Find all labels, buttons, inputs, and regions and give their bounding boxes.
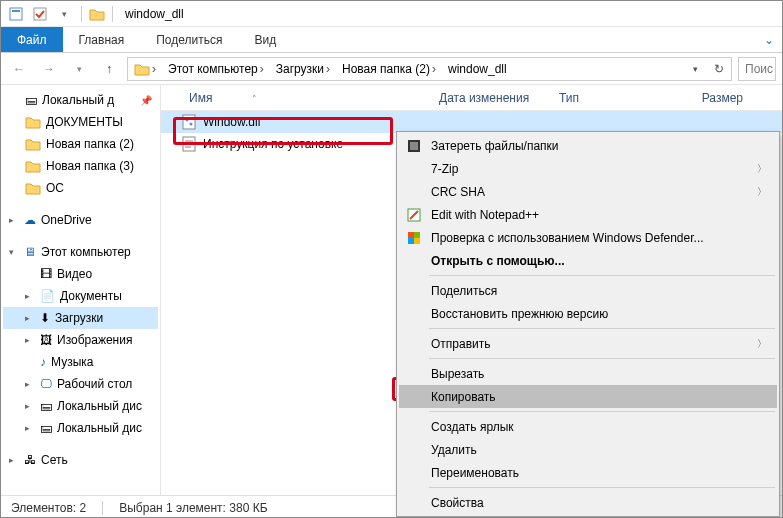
ctx-sendto[interactable]: Отправить〉 (399, 332, 777, 355)
ctx-restore[interactable]: Восстановить прежнюю версию (399, 302, 777, 325)
ctx-shortcut[interactable]: Создать ярлык (399, 415, 777, 438)
music-icon: ♪ (40, 355, 46, 369)
refresh-icon[interactable]: ↻ (707, 58, 731, 80)
sidebar-item-desktop[interactable]: ▸🖵Рабочий стол (3, 373, 158, 395)
search-placeholder: Поис (745, 62, 773, 76)
ctx-share[interactable]: Поделиться (399, 279, 777, 302)
breadcrumb-item[interactable]: window_dll (442, 58, 511, 80)
ctx-separator (429, 275, 775, 276)
nav-back-button[interactable]: ← (7, 57, 31, 81)
ctx-openwith[interactable]: Открыть с помощью... (399, 249, 777, 272)
sidebar-label: Рабочий стол (57, 377, 132, 391)
ctx-rename[interactable]: Переименовать (399, 461, 777, 484)
sidebar-item-documents-pinned[interactable]: ДОКУМЕНТЫ (3, 111, 158, 133)
sidebar-item-videos[interactable]: 🎞Видео (3, 263, 158, 285)
sidebar-item-documents[interactable]: ▸📄Документы (3, 285, 158, 307)
ctx-label: Создать ярлык (431, 420, 514, 434)
ctx-label: Переименовать (431, 466, 519, 480)
sidebar-item-oc[interactable]: ОС (3, 177, 158, 199)
folder-icon (25, 116, 41, 129)
collapse-icon[interactable]: ▾ (9, 247, 19, 257)
breadcrumb-item[interactable]: Новая папка (2)› (336, 58, 442, 80)
ctx-label: Удалить (431, 443, 477, 457)
column-type[interactable]: Тип (551, 91, 671, 105)
svg-rect-14 (414, 232, 420, 238)
expand-icon[interactable]: ▸ (25, 291, 35, 301)
ctx-notepad[interactable]: Edit with Notepad++ (399, 203, 777, 226)
sidebar-item-network[interactable]: ▸🖧Сеть (3, 449, 158, 471)
sidebar-item-music[interactable]: ♪Музыка (3, 351, 158, 373)
ctx-cut[interactable]: Вырезать (399, 362, 777, 385)
expand-icon[interactable]: ▸ (25, 335, 35, 345)
sidebar-item-newfolder2[interactable]: Новая папка (2) (3, 133, 158, 155)
tab-file[interactable]: Файл (1, 27, 63, 52)
file-name: Window.dll (203, 115, 443, 129)
sidebar-item-localdisk[interactable]: 🖴Локальный д📌 (3, 89, 158, 111)
breadcrumb-item[interactable]: Загрузки› (270, 58, 336, 80)
nav-up-button[interactable]: ↑ (97, 57, 121, 81)
qat-check-icon[interactable] (29, 3, 51, 25)
ctx-7zip[interactable]: 7-Zip〉 (399, 157, 777, 180)
documents-icon: 📄 (40, 289, 55, 303)
ctx-crc[interactable]: CRC SHA〉 (399, 180, 777, 203)
tab-view[interactable]: Вид (238, 27, 292, 52)
sidebar-item-downloads[interactable]: ▸⬇Загрузки (3, 307, 158, 329)
breadcrumb-item[interactable]: Этот компьютер› (162, 58, 270, 80)
ctx-label: Поделиться (431, 284, 497, 298)
svg-point-4 (186, 119, 189, 122)
sidebar-label: Музыка (51, 355, 93, 369)
address-bar[interactable]: › Этот компьютер› Загрузки› Новая папка … (127, 57, 732, 81)
expand-icon[interactable]: ▸ (25, 423, 35, 433)
breadcrumb-label: Новая папка (2) (342, 62, 430, 76)
file-row[interactable]: Window.dll (161, 111, 782, 133)
address-dropdown-icon[interactable]: ▾ (683, 58, 707, 80)
tab-home[interactable]: Главная (63, 27, 141, 52)
sidebar-item-localdisk2[interactable]: ▸🖴Локальный дис (3, 417, 158, 439)
svg-rect-13 (408, 232, 414, 238)
nav-recent-dropdown[interactable]: ▾ (67, 57, 91, 81)
ctx-properties[interactable]: Свойства (399, 491, 777, 514)
status-item-count: Элементов: 2 (11, 501, 86, 515)
text-file-icon (181, 136, 197, 152)
column-size[interactable]: Размер (671, 91, 751, 105)
column-name[interactable]: Имя˄ (181, 91, 431, 105)
ctx-label: Затереть файлы/папки (431, 139, 559, 153)
properties-icon[interactable] (5, 3, 27, 25)
breadcrumb-root-icon[interactable]: › (128, 58, 162, 80)
ctx-defender[interactable]: Проверка с использованием Windows Defend… (399, 226, 777, 249)
sidebar-label: Загрузки (55, 311, 103, 325)
svg-rect-3 (183, 115, 195, 129)
search-input[interactable]: Поис (738, 57, 776, 81)
sort-indicator-icon: ˄ (252, 94, 257, 104)
ribbon-expand-icon[interactable]: ⌄ (764, 27, 782, 52)
svg-rect-15 (408, 238, 414, 244)
sidebar-label: Изображения (57, 333, 132, 347)
column-date[interactable]: Дата изменения (431, 91, 551, 105)
expand-icon[interactable]: ▸ (9, 215, 19, 225)
folder-icon (25, 138, 41, 151)
qat-dropdown-icon[interactable]: ▾ (53, 3, 75, 25)
ctx-label: CRC SHA (431, 185, 485, 199)
tab-share[interactable]: Поделиться (140, 27, 238, 52)
ctx-delete[interactable]: Удалить (399, 438, 777, 461)
drive-icon: 🖴 (40, 399, 52, 413)
sidebar-item-pictures[interactable]: ▸🖼Изображения (3, 329, 158, 351)
expand-icon[interactable]: ▸ (25, 313, 35, 323)
sidebar-label: Локальный дис (57, 421, 142, 435)
expand-icon[interactable]: ▸ (9, 455, 19, 465)
expand-icon[interactable]: ▸ (25, 401, 35, 411)
ctx-copy[interactable]: Копировать (399, 385, 777, 408)
dll-file-icon (181, 114, 197, 130)
column-headers: Имя˄ Дата изменения Тип Размер (161, 85, 782, 111)
notepad-icon (405, 206, 423, 224)
svg-rect-2 (34, 8, 46, 20)
expand-icon[interactable]: ▸ (25, 379, 35, 389)
sidebar-item-onedrive[interactable]: ▸☁OneDrive (3, 209, 158, 231)
sidebar-label: Новая папка (3) (46, 159, 134, 173)
ctx-wipe[interactable]: Затереть файлы/папки (399, 134, 777, 157)
ctx-separator (429, 411, 775, 412)
sidebar-item-thispc[interactable]: ▾🖥Этот компьютер (3, 241, 158, 263)
breadcrumb-label: Загрузки (276, 62, 324, 76)
sidebar-item-newfolder3[interactable]: Новая папка (3) (3, 155, 158, 177)
sidebar-item-localdisk1[interactable]: ▸🖴Локальный дис (3, 395, 158, 417)
